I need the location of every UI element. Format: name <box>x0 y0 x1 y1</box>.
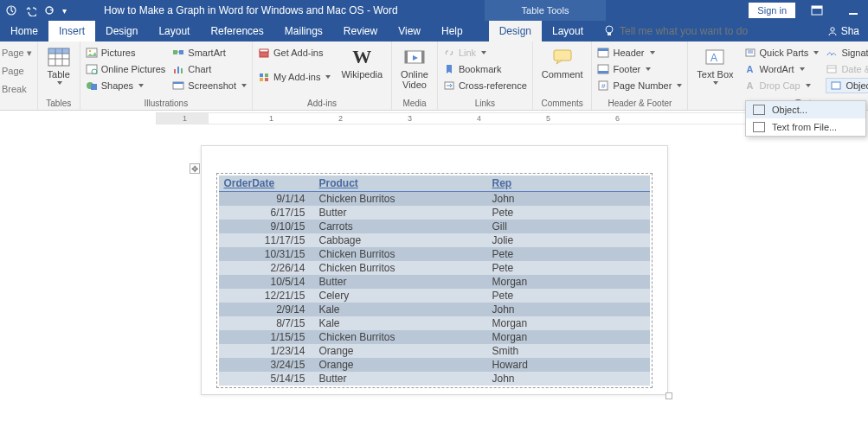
crossref-button[interactable]: Cross-reference <box>443 78 527 93</box>
cell-product[interactable]: Chicken Burritos <box>314 330 487 344</box>
cell-date[interactable]: 10/31/15 <box>219 247 314 261</box>
table-row[interactable]: 5/14/15ButterJohn <box>219 372 650 386</box>
shapes-button[interactable]: Shapes <box>86 78 166 93</box>
table-row[interactable]: 10/31/15Chicken BurritosPete <box>219 247 650 261</box>
tab-view[interactable]: View <box>388 21 431 41</box>
minimize-icon[interactable] <box>839 0 868 21</box>
cell-rep[interactable]: Morgan <box>487 275 650 289</box>
cell-date[interactable]: 9/1/14 <box>219 192 314 207</box>
cell-rep[interactable]: Pete <box>487 247 650 261</box>
cell-date[interactable]: 12/21/15 <box>219 289 314 303</box>
table-row[interactable]: 1/23/14OrangeSmith <box>219 344 650 358</box>
table-row[interactable]: 2/26/14Chicken BurritosPete <box>219 261 650 275</box>
cell-date[interactable]: 5/14/15 <box>219 372 314 386</box>
get-addins-button[interactable]: Get Add-ins <box>258 45 331 61</box>
screenshot-button[interactable]: Screenshot <box>172 78 247 93</box>
cell-rep[interactable]: Howard <box>487 358 650 372</box>
table-row[interactable]: 9/10/15CarrotsGill <box>219 220 650 233</box>
autosave-icon[interactable] <box>5 4 17 16</box>
dropcap-button[interactable]: ADrop Cap <box>744 78 820 93</box>
tab-design[interactable]: Design <box>95 21 148 41</box>
footer-button[interactable]: Footer <box>597 61 682 77</box>
cell-date[interactable]: 9/10/15 <box>219 220 314 233</box>
comment-button[interactable]: Comment <box>538 45 587 81</box>
cell-product[interactable]: Butter <box>314 372 487 386</box>
cell-date[interactable]: 2/9/14 <box>219 303 314 316</box>
header-button[interactable]: Header <box>597 45 682 61</box>
tab-layout[interactable]: Layout <box>148 21 200 41</box>
table-row[interactable]: 9/1/14Chicken BurritosJohn <box>219 192 650 207</box>
wordart-button[interactable]: AWordArt <box>744 61 820 77</box>
quickparts-button[interactable]: Quick Parts <box>744 45 820 61</box>
online-video-button[interactable]: Online Video <box>397 45 432 92</box>
textbox-button[interactable]: A Text Box <box>693 45 736 93</box>
datetime-button[interactable]: Date & Time <box>826 61 868 77</box>
cell-date[interactable]: 3/24/15 <box>219 358 314 372</box>
page-number-button[interactable]: #Page Number <box>597 78 682 93</box>
table-row[interactable]: 2/9/14KaleJohn <box>219 303 650 316</box>
wikipedia-button[interactable]: W Wikipedia <box>338 45 386 85</box>
signature-line-button[interactable]: Signature Line <box>826 45 868 61</box>
bookmark-button[interactable]: Bookmark <box>443 61 527 77</box>
cell-rep[interactable]: Smith <box>487 344 650 358</box>
tab-home[interactable]: Home <box>0 21 48 41</box>
smartart-button[interactable]: SmartArt <box>172 45 247 61</box>
blank-page-button[interactable]: Page <box>2 63 32 79</box>
cell-date[interactable]: 1/23/14 <box>219 344 314 358</box>
tab-mailings[interactable]: Mailings <box>274 21 333 41</box>
tab-review[interactable]: Review <box>333 21 388 41</box>
link-button[interactable]: Link <box>443 45 527 61</box>
cell-product[interactable]: Carrots <box>314 220 487 233</box>
cell-date[interactable]: 10/5/14 <box>219 275 314 289</box>
my-addins-button[interactable]: My Add-ins <box>258 69 331 85</box>
col-orderdate[interactable]: OrderDate <box>219 175 314 192</box>
cell-product[interactable]: Cabbage <box>314 233 487 247</box>
undo-icon[interactable] <box>24 4 36 16</box>
table-button[interactable]: Table <box>43 45 74 86</box>
tab-table-design[interactable]: Design <box>489 21 542 41</box>
cell-rep[interactable]: Pete <box>487 289 650 303</box>
table-row[interactable]: 8/7/15KaleMorgan <box>219 316 650 330</box>
menu-text-from-file[interactable]: Text from File... <box>746 118 865 136</box>
tab-table-layout[interactable]: Layout <box>542 21 594 41</box>
cell-date[interactable]: 8/7/15 <box>219 316 314 330</box>
table-resize-handle-icon[interactable] <box>665 392 672 399</box>
object-button[interactable]: Object <box>826 78 868 93</box>
cell-product[interactable]: Butter <box>314 206 487 220</box>
cell-rep[interactable]: Pete <box>487 261 650 275</box>
page-break-button[interactable]: Break <box>2 81 32 97</box>
cell-rep[interactable]: Pete <box>487 206 650 220</box>
col-rep[interactable]: Rep <box>487 175 650 192</box>
cell-rep[interactable]: Gill <box>487 220 650 233</box>
pictures-button[interactable]: Pictures <box>86 45 166 61</box>
cell-date[interactable]: 2/26/14 <box>219 261 314 275</box>
data-table[interactable]: OrderDate Product Rep 9/1/14Chicken Burr… <box>219 175 650 386</box>
table-move-handle-icon[interactable]: ✥ <box>190 163 200 174</box>
tab-help[interactable]: Help <box>431 21 473 41</box>
redo-icon[interactable] <box>43 4 55 16</box>
table-row[interactable]: 12/21/15CeleryPete <box>219 289 650 303</box>
document-area[interactable]: ✥ OrderDate Product Rep 9/1/14Chicken Bu… <box>0 126 868 395</box>
cell-rep[interactable]: Morgan <box>487 330 650 344</box>
cell-product[interactable]: Kale <box>314 303 487 316</box>
tell-me-input[interactable] <box>620 25 775 37</box>
cell-product[interactable]: Celery <box>314 289 487 303</box>
cell-product[interactable]: Chicken Burritos <box>314 247 487 261</box>
table-row[interactable]: 1/15/15Chicken BurritosMorgan <box>219 330 650 344</box>
cell-date[interactable]: 1/15/15 <box>219 330 314 344</box>
cell-rep[interactable]: Morgan <box>487 316 650 330</box>
cell-product[interactable]: Orange <box>314 358 487 372</box>
table-row[interactable]: 11/17/15CabbageJolie <box>219 233 650 247</box>
cell-product[interactable]: Orange <box>314 344 487 358</box>
tab-references[interactable]: References <box>200 21 273 41</box>
cell-product[interactable]: Chicken Burritos <box>314 192 487 207</box>
cell-date[interactable]: 11/17/15 <box>219 233 314 247</box>
cell-product[interactable]: Butter <box>314 275 487 289</box>
cell-rep[interactable]: John <box>487 192 650 207</box>
cell-product[interactable]: Chicken Burritos <box>314 261 487 275</box>
chart-button[interactable]: Chart <box>172 61 247 77</box>
cell-date[interactable]: 6/17/15 <box>219 206 314 220</box>
table-row[interactable]: 6/17/15ButterPete <box>219 206 650 220</box>
ribbon-display-icon[interactable] <box>802 0 832 21</box>
table-row[interactable]: 3/24/15OrangeHoward <box>219 358 650 372</box>
